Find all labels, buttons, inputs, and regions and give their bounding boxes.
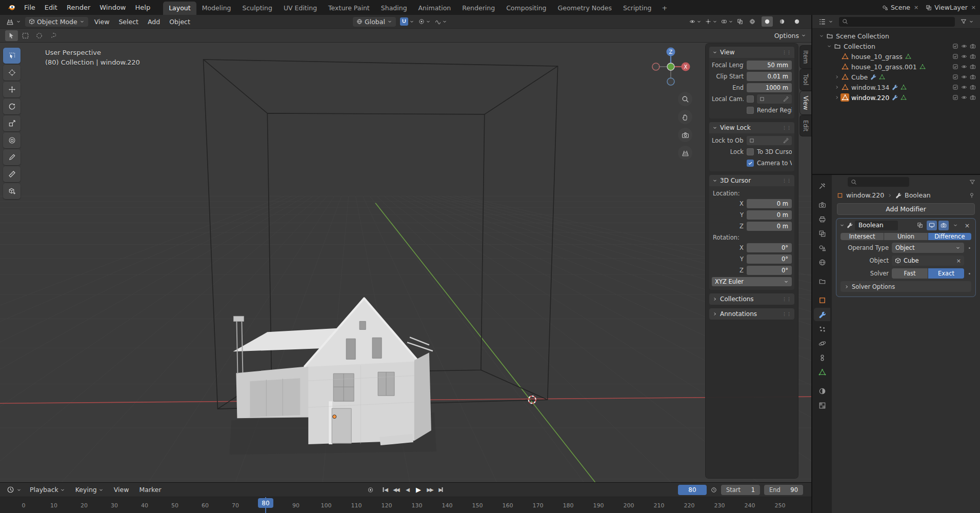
- outliner-row-cube[interactable]: Cube: [812, 72, 980, 82]
- selectable-toggle[interactable]: [952, 64, 958, 70]
- viewport-canvas[interactable]: User Perspective (80) Collection | windo…: [0, 43, 811, 482]
- editor-type-selector[interactable]: [4, 485, 24, 495]
- playhead-frame-badge[interactable]: 80: [258, 498, 273, 508]
- outliner-row-house-10-grass[interactable]: house_10_grass: [812, 51, 980, 62]
- rotation-mode-dropdown[interactable]: XYZ Euler: [712, 277, 792, 286]
- view-panel-header[interactable]: View⋮⋮: [709, 47, 794, 58]
- expand-toggle[interactable]: [833, 95, 841, 100]
- clear-object-icon[interactable]: ×: [956, 258, 961, 264]
- workspace-tab-layout[interactable]: Layout: [163, 2, 196, 15]
- editor-type-selector[interactable]: [4, 17, 24, 27]
- workspace-tab-geometry-nodes[interactable]: Geometry Nodes: [552, 2, 617, 15]
- tool-annotate[interactable]: [3, 149, 21, 165]
- tool-move[interactable]: [3, 82, 21, 97]
- properties-tab-data[interactable]: [814, 365, 830, 379]
- next-keyframe-button[interactable]: ▶▶: [425, 485, 435, 495]
- properties-tab-texture[interactable]: [814, 399, 830, 412]
- tool-measure[interactable]: [3, 166, 21, 182]
- boolean-object-field[interactable]: Cube×: [892, 255, 964, 266]
- pin-id-button[interactable]: [969, 192, 975, 199]
- outliner-row-window-134[interactable]: window.134: [812, 82, 980, 92]
- gizmos-dropdown[interactable]: [705, 18, 717, 25]
- viewport-menu-object[interactable]: Object: [165, 18, 195, 26]
- expand-toggle[interactable]: [825, 44, 833, 49]
- cursor-panel-header[interactable]: 3D Cursor⋮⋮: [709, 175, 794, 186]
- viewport-menu-add[interactable]: Add: [143, 18, 165, 26]
- workspace-tab-rendering[interactable]: Rendering: [456, 2, 501, 15]
- navigation-gizmo[interactable]: Z X: [650, 46, 692, 88]
- frame-start-field[interactable]: Start1: [721, 485, 760, 495]
- clip-end-field[interactable]: 1000 m: [747, 83, 792, 92]
- shading-rendered-button[interactable]: [791, 16, 803, 27]
- operation-difference-button[interactable]: Difference: [928, 233, 971, 240]
- render-display-toggle[interactable]: [938, 221, 949, 230]
- hide-viewport-toggle[interactable]: [961, 43, 967, 49]
- timeline-menu-keying[interactable]: Keying: [71, 486, 108, 494]
- hide-viewport-toggle[interactable]: [961, 53, 967, 60]
- shading-wireframe-button[interactable]: [747, 16, 758, 27]
- workspace-tab-shading[interactable]: Shading: [375, 2, 413, 15]
- selectable-toggle[interactable]: [952, 84, 958, 90]
- operand-type-dropdown[interactable]: Object: [892, 243, 964, 253]
- workspace-tab-modeling[interactable]: Modeling: [196, 2, 237, 15]
- tool-transform[interactable]: [3, 132, 21, 148]
- properties-tab-constraints[interactable]: [814, 351, 830, 364]
- local-camera-checkbox[interactable]: [747, 95, 754, 103]
- cursor-rotation-x-field[interactable]: 0°: [747, 243, 792, 252]
- properties-tab-modifiers[interactable]: [814, 308, 830, 321]
- outliner-row-house-10-grass-001[interactable]: house_10_grass.001: [812, 62, 980, 72]
- cursor-location-x-field[interactable]: 0 m: [747, 199, 792, 208]
- outliner-row-scene-collection[interactable]: Scene Collection: [812, 31, 980, 41]
- perspective-button[interactable]: [678, 146, 692, 160]
- modifier-extras-dropdown[interactable]: [950, 221, 961, 230]
- play-button[interactable]: ▶: [413, 485, 424, 495]
- tool-rotate[interactable]: [3, 98, 21, 114]
- pan-button[interactable]: [678, 110, 692, 124]
- outliner-row-collection[interactable]: Collection: [812, 41, 980, 51]
- clip-start-field[interactable]: 0.01 m: [747, 72, 792, 81]
- frame-end-field[interactable]: End90: [764, 485, 803, 495]
- expand-toggle[interactable]: [833, 85, 841, 90]
- properties-tab-view-layer[interactable]: [814, 227, 830, 240]
- proportional-editing-toggle[interactable]: [418, 18, 425, 25]
- properties-tab-output[interactable]: [814, 212, 830, 226]
- solver-exact-button[interactable]: Exact: [928, 268, 964, 279]
- house-model[interactable]: [229, 298, 436, 455]
- timeline-menu-view[interactable]: View: [109, 486, 134, 494]
- overlays-dropdown[interactable]: [721, 18, 733, 25]
- play-reverse-button[interactable]: ◀: [402, 485, 413, 495]
- hide-render-toggle[interactable]: [970, 43, 976, 49]
- viewport-menu-view[interactable]: View: [90, 18, 114, 26]
- workspace-tab-texture-paint[interactable]: Texture Paint: [323, 2, 375, 15]
- view-lock-panel-header[interactable]: View Lock⋮⋮: [709, 122, 794, 133]
- edit-mode-display-toggle[interactable]: [915, 221, 925, 230]
- tool-scale[interactable]: [3, 115, 21, 131]
- modifier-header[interactable]: Boolean ×: [836, 219, 975, 232]
- timeline-ruler[interactable]: 80 0102030405060708090100110120130140150…: [0, 497, 811, 513]
- previous-keyframe-button[interactable]: ◀◀: [391, 485, 402, 495]
- operation-union-button[interactable]: Union: [884, 233, 927, 240]
- shading-solid-button[interactable]: [762, 16, 773, 27]
- selectable-toggle[interactable]: [952, 94, 958, 101]
- properties-search-input[interactable]: [848, 177, 909, 187]
- jump-to-end-button[interactable]: ▶: [436, 485, 447, 495]
- properties-tab-scene[interactable]: [814, 241, 830, 254]
- unlink-scene-icon[interactable]: ×: [914, 4, 918, 11]
- properties-filter-icon[interactable]: [969, 179, 975, 185]
- viewport-menu-select[interactable]: Select: [114, 18, 143, 26]
- modifier-name-field[interactable]: Boolean: [855, 221, 898, 230]
- selectable-toggle[interactable]: [952, 43, 958, 49]
- properties-tab-render[interactable]: [814, 198, 830, 211]
- hide-viewport-toggle[interactable]: [961, 84, 967, 90]
- operation-intersect-button[interactable]: Intersect: [841, 233, 884, 240]
- cursor-location-z-field[interactable]: 0 m: [747, 222, 792, 231]
- cursor-rotation-y-field[interactable]: 0°: [747, 254, 792, 264]
- local-camera-object-field[interactable]: [757, 94, 792, 104]
- add-modifier-button[interactable]: Add Modifier: [837, 203, 975, 215]
- focal-length-field[interactable]: 50 mm: [747, 61, 792, 70]
- hide-render-toggle[interactable]: [970, 84, 976, 90]
- outliner-filter-dropdown[interactable]: [958, 17, 976, 26]
- sidebar-tab-view[interactable]: View: [800, 91, 811, 114]
- xray-toggle[interactable]: [737, 18, 743, 25]
- jump-to-start-button[interactable]: ◀: [379, 485, 390, 495]
